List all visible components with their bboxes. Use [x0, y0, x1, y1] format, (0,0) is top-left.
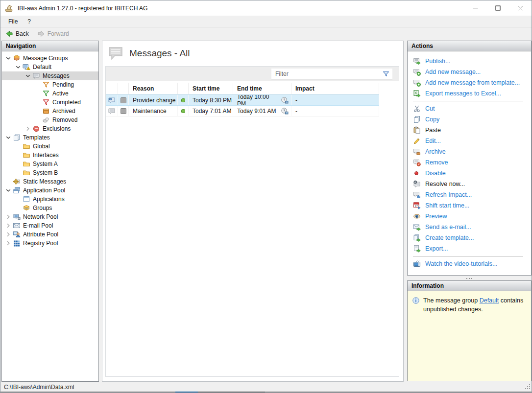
filter-funnel-icon[interactable] [382, 70, 390, 78]
close-button[interactable] [509, 0, 532, 16]
nav-item-static-messages[interactable]: Static Messages [2, 177, 98, 186]
action-disable[interactable]: Disable [413, 168, 528, 179]
nav-item-registry-pool[interactable]: Registry Pool [2, 239, 98, 248]
nav-item-system-b[interactable]: System B [2, 168, 98, 177]
default-group-link[interactable]: Default [480, 297, 499, 304]
application-pool-icon [13, 186, 21, 194]
action-preview[interactable]: Preview [413, 211, 528, 222]
forward-button[interactable]: Forward [34, 29, 73, 39]
action-paste[interactable]: Paste [413, 125, 528, 136]
column-header-blank[interactable] [178, 83, 189, 94]
nav-item-pending[interactable]: Pending [2, 80, 98, 89]
chevron-down-icon[interactable] [24, 72, 32, 80]
navigation-tree: Message GroupsDefaultMessagesPendingActi… [2, 51, 98, 248]
maximize-button[interactable] [486, 0, 509, 16]
nav-item-exclusions[interactable]: Exclusions [2, 124, 98, 133]
chevron-down-icon[interactable] [4, 54, 12, 62]
action-archive[interactable]: Archive [413, 146, 528, 157]
action-label: Remove [425, 159, 448, 166]
actions-panel-header: Actions [408, 41, 531, 51]
column-header-blank[interactable] [118, 83, 129, 94]
chevron-down-icon[interactable] [4, 186, 12, 194]
nav-item-network-pool[interactable]: Network Pool [2, 212, 98, 221]
nav-item-removed[interactable]: Removed [2, 116, 98, 124]
column-header-impact[interactable]: Impact [291, 83, 379, 94]
cell-reason: Provider change [129, 95, 178, 105]
nav-item-templates[interactable]: Templates [2, 133, 98, 142]
chevron-right-icon[interactable] [4, 239, 12, 247]
navigation-panel: Navigation Message GroupsDefaultMessages… [1, 41, 99, 382]
chevron-right-icon[interactable] [4, 213, 12, 221]
cell-end-time: Today 9:01 AM [233, 106, 278, 116]
network-pool-icon [13, 213, 21, 221]
applications-icon [23, 195, 30, 203]
nav-item-active[interactable]: Active [2, 89, 98, 98]
nav-item-global[interactable]: Global [2, 142, 98, 151]
action-publish[interactable]: Publish... [413, 56, 528, 67]
nav-item-interfaces[interactable]: Interfaces [2, 151, 98, 160]
chevron-right-icon[interactable] [24, 125, 32, 133]
chevron-down-icon[interactable] [14, 63, 22, 71]
action-edit[interactable]: Edit... [413, 136, 528, 146]
action-refresh-impact[interactable]: Refresh Impact... [413, 189, 528, 200]
action-label: Shift start time... [425, 202, 469, 209]
nav-item-applications[interactable]: Applications [2, 195, 98, 204]
groups-icon [23, 204, 30, 212]
expander-spacer [4, 178, 12, 185]
chevron-right-icon[interactable] [4, 231, 12, 238]
action-label: Resolve now... [425, 181, 465, 187]
action-cut[interactable]: Cut [413, 103, 528, 114]
filter-input[interactable] [271, 69, 392, 79]
table-row-provider-change[interactable]: Provider changeToday 8:30 PMToday 10:00 … [106, 94, 379, 106]
chevron-down-icon[interactable] [4, 134, 12, 141]
action-shift-start-time[interactable]: 17Shift start time... [413, 200, 528, 211]
nav-item-archived[interactable]: Archived [2, 107, 98, 116]
action-add-new-message[interactable]: Add new message... [413, 67, 528, 77]
column-header-blank[interactable] [278, 83, 291, 94]
column-header-reason[interactable]: Reason [129, 83, 178, 94]
archive-box-icon [42, 107, 50, 115]
expander-spacer [34, 81, 42, 89]
action-send-as-e-mail[interactable]: Send as e-mail... [413, 222, 528, 232]
menu-help[interactable]: ? [23, 16, 36, 27]
nav-item-e-mail-pool[interactable]: E-mail Pool [2, 221, 98, 230]
resize-grip-icon[interactable] [525, 384, 531, 390]
column-header-start-time[interactable]: Start time [189, 83, 233, 94]
folder-icon [23, 169, 30, 177]
table-row-maintenance[interactable]: MaintenanceToday 7:01 AMToday 9:01 AM- [106, 106, 379, 116]
nav-item-label: Applications [33, 196, 65, 203]
nav-item-label: Global [33, 143, 50, 150]
column-header-end-time[interactable]: End time [233, 83, 278, 94]
chevron-right-icon[interactable] [4, 222, 12, 230]
actions-panel: Actions Publish...Add new message...Add … [407, 41, 532, 276]
action-copy[interactable]: Copy [413, 114, 528, 125]
paste-icon [413, 126, 421, 134]
filter-box [271, 69, 392, 79]
nav-item-application-pool[interactable]: Application Pool [2, 186, 98, 195]
back-button[interactable]: Back [2, 29, 32, 39]
nav-item-messages[interactable]: Messages [2, 71, 98, 80]
action-create-template[interactable]: Create template... [413, 232, 528, 243]
nav-item-system-a[interactable]: System A [2, 160, 98, 168]
menu-file[interactable]: File [3, 16, 23, 27]
column-header-blank[interactable] [106, 83, 118, 94]
nav-item-groups[interactable]: Groups [2, 204, 98, 212]
action-add-new-message-from-template[interactable]: Add new message from template... [413, 77, 528, 88]
action-export-messages-to-excel[interactable]: Export messages to Excel... [413, 88, 528, 99]
action-remove[interactable]: Remove [413, 157, 528, 168]
message-type-icon [106, 106, 118, 116]
messages-list-control: ReasonStart timeEnd timeImpactProvider c… [105, 66, 399, 377]
nav-item-attribute-pool[interactable]: Attribute Pool [2, 230, 98, 239]
information-body: The message group Default contains unpub… [408, 291, 531, 319]
action-export[interactable]: Export... [413, 243, 528, 254]
action-watch-the-video-tutorials[interactable]: Watch the video-tutorials... [413, 258, 528, 269]
panel-splitter[interactable] [407, 277, 532, 280]
minimize-button[interactable] [464, 0, 486, 16]
nav-item-default[interactable]: Default [2, 63, 98, 71]
expander-spacer [14, 142, 22, 150]
color-swatch [118, 95, 129, 105]
action-resolve-now[interactable]: Resolve now... [413, 179, 528, 189]
nav-item-completed[interactable]: Completed [2, 98, 98, 107]
nav-item-message-groups[interactable]: Message Groups [2, 54, 98, 63]
excel-export-icon [413, 90, 421, 97]
